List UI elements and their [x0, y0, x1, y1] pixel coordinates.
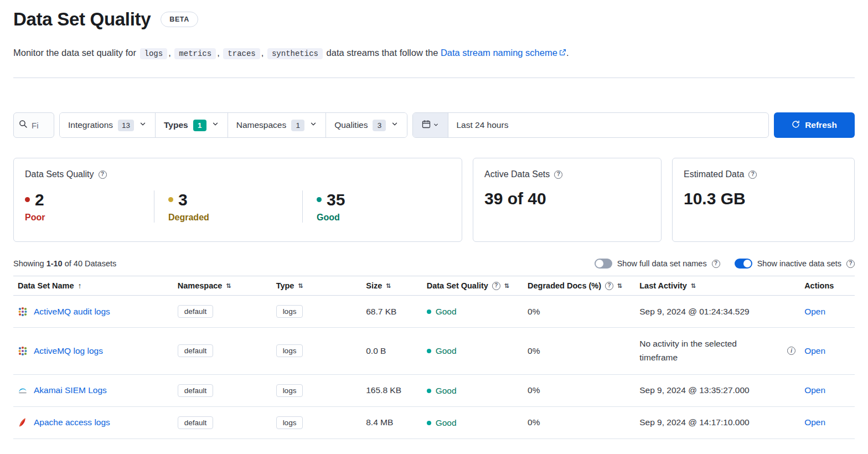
col-size[interactable]: Size⇅	[361, 276, 422, 296]
namespace-badge: default	[178, 305, 214, 318]
active-data-sets-card: Active Data Sets ? 39 of 40	[473, 158, 662, 242]
quality-stats: 2 Poor 3 Degraded 35 Good	[25, 190, 451, 223]
search-input[interactable]	[32, 121, 49, 130]
last-activity-value: Sep 9, 2024 @ 14:17:10.000	[639, 417, 749, 427]
activemq-icon	[18, 307, 28, 317]
comma: ,	[217, 48, 220, 58]
col-degraded-docs[interactable]: Degraded Docs (%)?⇅	[523, 276, 635, 296]
col-type[interactable]: Type⇅	[272, 276, 362, 296]
apache-icon	[18, 417, 28, 427]
refresh-button[interactable]: Refresh	[774, 112, 855, 138]
filter-integrations[interactable]: Integrations 13	[60, 113, 156, 137]
filter-namespaces[interactable]: Namespaces 1	[228, 113, 326, 137]
filter-qualities[interactable]: Qualities 3	[326, 113, 407, 137]
refresh-icon	[792, 120, 800, 131]
good-dot-icon	[427, 389, 431, 393]
code-badge-logs: logs	[140, 48, 168, 59]
dataset-link[interactable]: ActiveMQ audit logs	[34, 307, 110, 317]
header-divider	[13, 78, 855, 78]
size-value: 165.8 KB	[366, 385, 401, 395]
stat-good: 35 Good	[302, 190, 451, 223]
chevron-down-icon	[211, 120, 219, 130]
dataset-link[interactable]: Akamai SIEM Logs	[34, 385, 107, 395]
degraded-docs-value: 0%	[528, 385, 540, 395]
last-activity-value: No activity in the selected timeframe	[639, 337, 760, 365]
size-value: 68.7 KB	[366, 307, 396, 316]
good-dot-icon	[427, 421, 431, 425]
sort-icon: ⇅	[226, 283, 231, 289]
col-data-set-name[interactable]: Data Set Name↑	[13, 276, 173, 296]
col-namespace[interactable]: Namespace⇅	[173, 276, 272, 296]
search-box[interactable]	[13, 112, 54, 138]
namespace-badge: default	[178, 344, 214, 357]
info-icon[interactable]: i	[787, 347, 795, 355]
stat-poor: 2 Poor	[25, 190, 154, 223]
chevron-down-icon	[391, 120, 399, 130]
help-icon[interactable]: ?	[554, 171, 562, 179]
help-icon[interactable]: ?	[492, 282, 500, 290]
chevron-down-icon	[433, 120, 439, 130]
open-action-link[interactable]: Open	[804, 385, 825, 395]
beta-badge: BETA	[161, 12, 198, 27]
good-dot-icon	[317, 197, 322, 202]
col-last-activity[interactable]: Last Activity⇅	[635, 276, 800, 296]
open-action-link[interactable]: Open	[804, 307, 825, 316]
good-dot-icon	[427, 309, 431, 314]
help-icon[interactable]: ?	[748, 171, 757, 179]
toggle-switch-off[interactable]	[595, 259, 612, 269]
external-link-icon	[559, 44, 566, 61]
filter-count-badge: 13	[118, 120, 134, 131]
quality-health: Good	[427, 346, 457, 356]
data-sets-quality-card: Data Sets Quality ? 2 Poor 3 Degraded 35…	[13, 158, 462, 242]
quality-health: Good	[427, 418, 457, 428]
sort-icon: ⇅	[691, 283, 696, 289]
date-picker-menu-button[interactable]	[413, 113, 448, 137]
toggle-show-inactive[interactable]: Show inactive data sets ?	[735, 259, 855, 269]
type-badge: logs	[276, 384, 303, 397]
naming-scheme-link[interactable]: Data stream naming scheme	[441, 48, 566, 58]
period: .	[566, 48, 569, 58]
page-title: Data Set Quality	[13, 9, 151, 30]
table-row: ActiveMQ audit logs default logs 68.7 KB…	[13, 296, 855, 328]
help-icon[interactable]: ?	[846, 260, 855, 268]
help-icon[interactable]: ?	[712, 260, 720, 268]
help-icon[interactable]: ?	[605, 282, 613, 290]
filter-types[interactable]: Types 1	[156, 113, 228, 137]
type-badge: logs	[276, 305, 303, 318]
degraded-dot-icon	[168, 197, 173, 202]
type-badge: logs	[276, 344, 303, 357]
quality-health: Good	[427, 307, 457, 317]
last-activity-value: Sep 9, 2024 @ 01:24:34.529	[639, 307, 749, 316]
stat-degraded: 3 Degraded	[154, 190, 302, 223]
open-action-link[interactable]: Open	[804, 417, 825, 427]
comma: ,	[168, 48, 171, 58]
data-set-quality-page: Data Set Quality BETA Monitor the data s…	[0, 0, 868, 454]
sort-icon: ⇅	[298, 283, 303, 289]
dataset-link[interactable]: ActiveMQ log logs	[34, 346, 103, 356]
search-icon	[19, 120, 28, 131]
namespace-badge: default	[178, 416, 214, 429]
time-range-value[interactable]: Last 24 hours	[448, 113, 508, 137]
toggle-knob	[743, 260, 751, 267]
chevron-down-icon	[139, 120, 147, 130]
toggles: Show full data set names ? Show inactive…	[595, 259, 855, 269]
activemq-icon	[18, 346, 28, 356]
help-icon[interactable]: ?	[99, 171, 107, 179]
open-action-link[interactable]: Open	[804, 346, 825, 355]
namespace-badge: default	[178, 384, 214, 397]
card-title: Estimated Data ?	[684, 169, 843, 179]
page-description: Monitor the data set quality for logs, m…	[13, 44, 633, 62]
code-badge-synthetics: synthetics	[267, 48, 323, 59]
dataset-link[interactable]: Apache access logs	[34, 417, 110, 427]
filter-group: Integrations 13 Types 1 Namespaces 1 Qua…	[59, 112, 407, 138]
degraded-docs-value: 0%	[528, 346, 540, 355]
toggle-show-full-names[interactable]: Show full data set names ?	[595, 259, 720, 269]
date-picker: Last 24 hours	[412, 112, 769, 138]
sort-icon: ⇅	[617, 283, 622, 289]
table-controls: Showing 1-10 of 40 Datasets Show full da…	[13, 259, 855, 269]
filter-bar: Integrations 13 Types 1 Namespaces 1 Qua…	[13, 112, 855, 138]
quality-health: Good	[427, 386, 457, 396]
size-value: 8.4 MB	[366, 417, 393, 427]
toggle-switch-on[interactable]	[735, 259, 752, 269]
col-data-set-quality[interactable]: Data Set Quality?⇅	[422, 276, 523, 296]
